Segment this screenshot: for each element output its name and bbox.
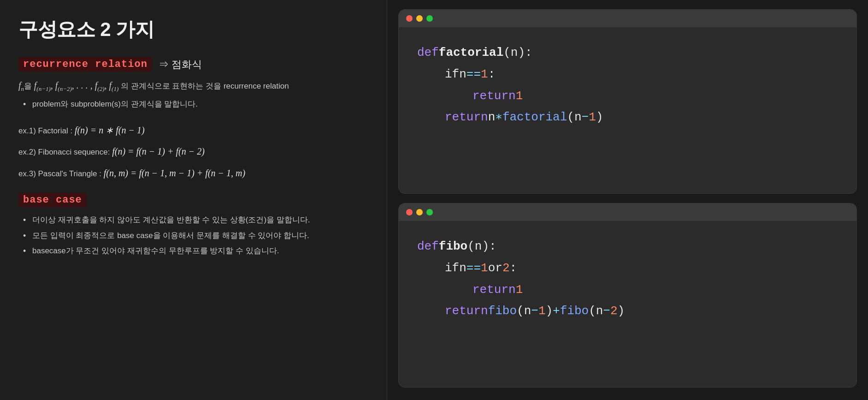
base-case-bullet-3: basecase가 무조건 있어야 재귀함수의 무한루프를 방지할 수 있습니다… — [23, 245, 368, 257]
recurrence-description: fn을 f(n−1), f(n−2), . . . , f(2), f(1) 의… — [18, 78, 368, 94]
fibo-code: def fibo ( n ): if n == 1 or 2 : return … — [399, 221, 856, 337]
base-case-header: base case — [18, 193, 368, 207]
recurrence-header: recurrence relation ⇒ 점화식 — [18, 57, 368, 72]
fibo-titlebar — [399, 203, 856, 221]
fibo-keyword-return-2: return — [445, 300, 488, 322]
fibo-window: def fibo ( n ): if n == 1 or 2 : return … — [398, 203, 857, 388]
formula-pascal: ex.3) Pascal's Triangle : f(n, m) = f(n … — [18, 166, 368, 180]
fn-fibo: fibo — [439, 236, 467, 257]
left-panel: 구성요소 2 가지 recurrence relation ⇒ 점화식 fn을 … — [0, 0, 387, 400]
code-line-4: return n ∗ factorial ( n − 1 ) — [417, 107, 838, 128]
fibo-close-icon[interactable] — [406, 209, 413, 215]
recurrence-bullet-1: problem와 subproblem(s)의 관계식을 말합니다. — [23, 98, 368, 110]
base-case-section: base case 더이상 재귀호출을 하지 않아도 계산값을 반환할 수 있는… — [18, 193, 368, 257]
recurrence-arrow: ⇒ 점화식 — [159, 58, 202, 72]
keyword-if: if — [445, 64, 459, 85]
formula-fibonacci: ex.2) Fibonacci sequence: f(n) = f(n − 1… — [18, 144, 368, 159]
code-line-3: return 1 — [417, 85, 838, 107]
keyword-def: def — [417, 42, 439, 64]
code-line-1: def factorial ( n ): — [417, 42, 838, 64]
maximize-icon[interactable] — [426, 15, 433, 22]
factorial-titlebar — [399, 10, 856, 27]
close-icon[interactable] — [406, 15, 413, 22]
code-line-2: if n == 1 : — [417, 64, 838, 85]
base-case-highlight: base case — [18, 193, 87, 207]
page-title: 구성요소 2 가지 — [18, 17, 368, 42]
fibo-keyword-return-1: return — [472, 279, 516, 301]
keyword-return-1: return — [472, 85, 516, 107]
base-case-label: base case — [23, 194, 82, 206]
base-case-bullet-1: 더이상 재귀호출을 하지 않아도 계산값을 반환할 수 있는 상황(조건)을 말… — [23, 214, 368, 226]
recurrence-highlight: recurrence relation — [18, 57, 152, 72]
fibo-minimize-icon[interactable] — [416, 209, 423, 215]
right-panel: def factorial ( n ): if n == 1 : return … — [387, 0, 868, 400]
formula-factorial: ex.1) Factorial : f(n) = n ∗ f(n − 1) — [18, 123, 368, 137]
minimize-icon[interactable] — [416, 15, 423, 22]
call-factorial: factorial — [502, 107, 567, 128]
fibo-line-1: def fibo ( n ): — [417, 236, 838, 257]
fibo-line-3: return 1 — [417, 279, 838, 301]
base-case-bullet-2: 모든 입력이 최종적으로 base case을 이용해서 문제를 해결할 수 있… — [23, 229, 368, 242]
call-fibo-1: fibo — [488, 300, 517, 322]
base-case-bullets: 더이상 재귀호출을 하지 않아도 계산값을 반환할 수 있는 상황(조건)을 말… — [23, 214, 368, 257]
factorial-window: def factorial ( n ): if n == 1 : return … — [398, 9, 857, 194]
fibo-maximize-icon[interactable] — [426, 209, 433, 215]
recurrence-bullets: problem와 subproblem(s)의 관계식을 말합니다. — [23, 98, 368, 110]
fibo-line-2: if n == 1 or 2 : — [417, 257, 838, 279]
fibo-keyword-def: def — [417, 236, 439, 257]
keyword-return-2: return — [445, 107, 488, 128]
call-fibo-2: fibo — [560, 300, 589, 322]
fn-factorial: factorial — [439, 42, 503, 64]
fibo-keyword-if: if — [445, 257, 459, 279]
formula-section: ex.1) Factorial : f(n) = n ∗ f(n − 1) ex… — [18, 123, 368, 180]
fibo-line-4: return fibo ( n − 1 ) + fibo ( n − 2 ) — [417, 300, 838, 322]
recurrence-label: recurrence relation — [23, 59, 148, 70]
factorial-code: def factorial ( n ): if n == 1 : return … — [399, 27, 856, 143]
